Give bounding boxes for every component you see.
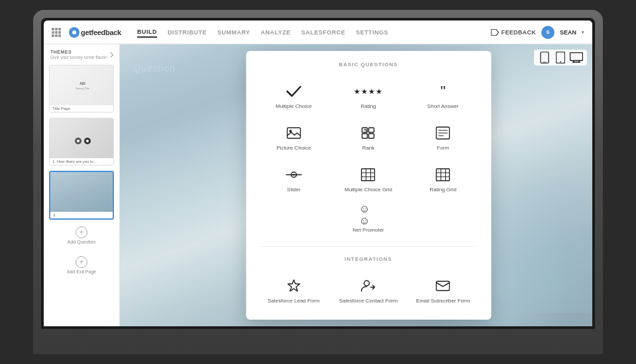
slider-label: Slider xyxy=(287,187,300,193)
tablet-device-icon[interactable] xyxy=(554,52,567,63)
check-icon xyxy=(284,83,303,99)
screen-content: getfeedback BUILD DISTRIBUTE SUMMARY ANA… xyxy=(44,21,592,326)
slide-thumb-1[interactable]: AiD Survey Title Title Page xyxy=(49,65,114,113)
type-slider[interactable]: Slider xyxy=(259,161,329,198)
chevron-right-icon[interactable] xyxy=(108,52,113,57)
slide-1-label: Title Page xyxy=(50,105,113,112)
form-label: Form xyxy=(437,145,449,151)
type-mc-grid[interactable]: Multiple Choice Grid xyxy=(334,161,403,198)
nav-salesforce[interactable]: SALESFORCE xyxy=(301,28,346,37)
plus-exit-icon: + xyxy=(76,256,87,268)
themes-subtitle: Give your survey some flavor! xyxy=(50,55,107,60)
picture-choice-label: Picture Choice xyxy=(276,145,311,151)
user-name: SEAN xyxy=(560,29,576,36)
mc-grid-label: Multiple Choice Grid xyxy=(344,187,392,193)
salesforce-contact-icon xyxy=(359,278,378,294)
question-type-modal: BASIC QUESTIONS Multiple Choice xyxy=(246,51,491,320)
feedback-label: FEEDBACK xyxy=(502,29,536,36)
plus-icon: + xyxy=(76,226,87,238)
type-rating-grid[interactable]: Rating Grid xyxy=(408,161,478,198)
email-subscriber-label: Email Subscriber Form xyxy=(416,298,470,304)
mc-grid-icon xyxy=(359,167,378,183)
salesforce-lead-label: Salesforce Lead Form xyxy=(268,298,320,304)
slide-thumb-3[interactable]: 2. xyxy=(49,171,114,220)
svg-rect-30 xyxy=(437,281,450,291)
integrations-grid: Salesforce Lead Form xyxy=(259,273,478,309)
slider-icon xyxy=(284,167,303,183)
basic-questions-title: BASIC QUESTIONS xyxy=(259,62,478,68)
themes-info: THEMES Give your survey some flavor! xyxy=(50,50,107,60)
rating-grid-label: Rating Grid xyxy=(429,187,456,193)
type-multiple-choice[interactable]: Multiple Choice xyxy=(259,78,329,114)
feedback-icon xyxy=(491,29,499,36)
themes-title: THEMES xyxy=(50,50,107,54)
desktop-device-icon[interactable] xyxy=(570,52,583,63)
svg-rect-8 xyxy=(369,128,374,132)
logo[interactable]: getfeedback xyxy=(69,27,121,38)
nav-build[interactable]: BUILD xyxy=(137,27,157,38)
themes-header: THEMES Give your survey some flavor! xyxy=(44,44,119,62)
nav-analyze[interactable]: ANALYZE xyxy=(261,28,291,37)
add-question-button[interactable]: + Add Question xyxy=(68,226,95,244)
bg-plant-2 xyxy=(493,148,592,313)
svg-point-29 xyxy=(364,281,370,286)
svg-rect-0 xyxy=(541,52,549,64)
rank-icon xyxy=(359,125,378,141)
stars-icon: ★★★★ xyxy=(359,83,378,99)
feedback-button[interactable]: FEEDBACK xyxy=(491,29,536,36)
type-rating[interactable]: ★★★★ Rating xyxy=(334,78,403,114)
rating-label: Rating xyxy=(360,103,376,109)
svg-rect-9 xyxy=(362,134,368,138)
integrations-title: INTEGRATIONS xyxy=(259,256,478,262)
type-email-subscriber[interactable]: Email Subscriber Form xyxy=(408,273,478,309)
short-answer-label: Short Answer xyxy=(427,103,459,109)
nav-distribute[interactable]: DISTRIBUTE xyxy=(168,28,207,37)
nav-summary[interactable]: SUMMARY xyxy=(217,28,250,37)
background-image: Question xyxy=(120,44,592,326)
slide-2-label: 1. How likely are you to... xyxy=(50,158,113,165)
slide-1-preview: AiD Survey Title xyxy=(50,66,114,105)
salesforce-contact-label: Salesforce Contact Form xyxy=(339,298,398,304)
svg-rect-4 xyxy=(570,53,583,61)
laptop-screen: getfeedback BUILD DISTRIBUTE SUMMARY ANA… xyxy=(44,21,592,326)
screen-bezel: getfeedback BUILD DISTRIBUTE SUMMARY ANA… xyxy=(41,18,595,329)
type-short-answer[interactable]: " Short Answer xyxy=(408,78,478,114)
quote-icon: " xyxy=(434,83,452,99)
slide-3-preview xyxy=(50,172,114,212)
logo-circle-icon xyxy=(69,27,80,38)
net-promoter-icon: ☺☺ xyxy=(359,207,378,223)
form-icon xyxy=(434,125,452,141)
nav-links: BUILD DISTRIBUTE SUMMARY ANALYZE SALESFO… xyxy=(137,27,486,38)
user-avatar: S xyxy=(541,26,555,39)
type-salesforce-contact[interactable]: Salesforce Contact Form xyxy=(334,273,403,309)
integrations-section: INTEGRATIONS xyxy=(246,247,491,320)
rating-grid-icon xyxy=(434,167,452,183)
svg-point-3 xyxy=(560,62,561,63)
device-icons xyxy=(534,50,587,66)
type-rank[interactable]: Rank xyxy=(334,120,403,156)
rank-label: Rank xyxy=(362,145,375,151)
svg-rect-1 xyxy=(543,62,547,63)
slide-3-label: 2. xyxy=(50,212,113,218)
mobile-device-icon[interactable] xyxy=(538,52,551,63)
svg-point-17 xyxy=(293,174,295,176)
picture-icon xyxy=(284,125,303,141)
nav-settings[interactable]: SETTINGS xyxy=(356,28,388,37)
nav-right: FEEDBACK S SEAN ▾ xyxy=(491,26,584,39)
question-types-grid: Multiple Choice ★★★★ Rating xyxy=(259,78,478,198)
multiple-choice-label: Multiple Choice xyxy=(276,103,312,109)
svg-rect-18 xyxy=(362,169,375,181)
type-salesforce-lead[interactable]: Salesforce Lead Form xyxy=(259,273,329,309)
type-picture-choice[interactable]: Picture Choice xyxy=(259,120,329,156)
add-question-label: Add Question xyxy=(68,240,95,244)
net-promoter-label: Net Promoter xyxy=(352,227,384,233)
question-placeholder: Question xyxy=(133,63,176,73)
slide-thumb-2[interactable]: 1. How likely are you to... xyxy=(49,118,114,165)
grid-icon[interactable] xyxy=(52,28,61,37)
type-form[interactable]: Form xyxy=(408,120,478,156)
slide-2-preview xyxy=(50,118,114,158)
logo-text: getfeedback xyxy=(81,28,121,36)
type-net-promoter[interactable]: ☺☺ Net Promoter xyxy=(332,202,405,238)
add-exit-page-button[interactable]: + Add Exit Page xyxy=(67,256,96,274)
user-dropdown-icon[interactable]: ▾ xyxy=(582,30,584,35)
